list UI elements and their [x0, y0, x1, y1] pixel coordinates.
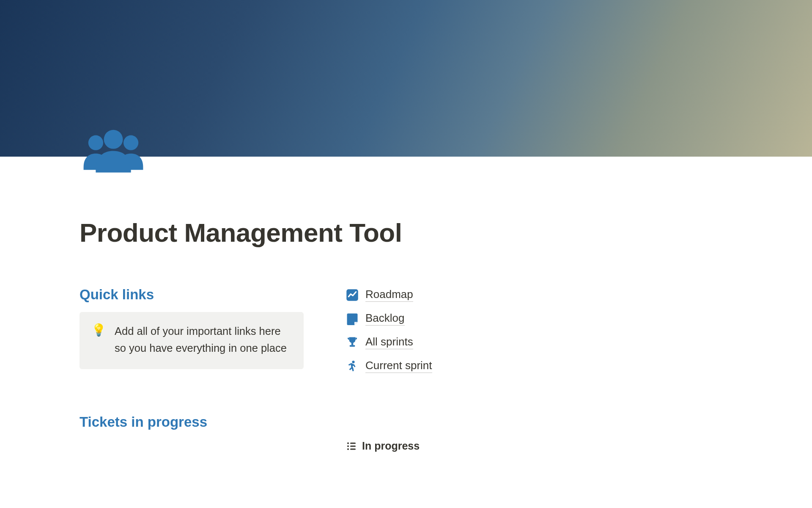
callout-text: Add all of your important links here so … [115, 323, 291, 356]
link-label: Backlog [365, 312, 405, 326]
database-tab-in-progress[interactable]: In progress [346, 437, 732, 452]
link-label: All sprints [365, 335, 413, 349]
link-label: Current sprint [365, 359, 432, 373]
page-icon-team[interactable] [80, 126, 147, 177]
link-all-sprints[interactable]: All sprints [346, 335, 732, 349]
svg-point-2 [104, 130, 123, 149]
note-icon [346, 312, 359, 325]
chart-line-icon [346, 289, 359, 301]
svg-point-9 [347, 445, 349, 447]
svg-rect-4 [351, 342, 354, 345]
list-icon [346, 441, 357, 452]
lightbulb-icon: 💡 [91, 323, 106, 337]
svg-point-6 [352, 360, 354, 363]
svg-point-1 [123, 135, 138, 150]
quick-links-list: Roadmap Backlog All sprints [346, 288, 732, 373]
svg-rect-12 [350, 448, 356, 450]
link-label: Roadmap [365, 288, 413, 302]
link-backlog[interactable]: Backlog [346, 312, 732, 326]
svg-rect-5 [350, 345, 355, 347]
quick-links-callout: 💡 Add all of your important links here s… [80, 312, 304, 369]
trophy-icon [346, 336, 359, 349]
svg-point-11 [347, 448, 349, 450]
svg-point-7 [347, 442, 349, 444]
tab-label: In progress [362, 440, 420, 452]
tickets-heading: Tickets in progress [80, 414, 304, 430]
svg-rect-10 [350, 445, 356, 447]
svg-rect-8 [350, 442, 356, 444]
running-icon [346, 360, 359, 373]
svg-point-0 [88, 135, 103, 150]
link-roadmap[interactable]: Roadmap [346, 288, 732, 302]
page-title: Product Management Tool [80, 218, 732, 248]
link-current-sprint[interactable]: Current sprint [346, 359, 732, 373]
quick-links-heading: Quick links [80, 287, 304, 303]
